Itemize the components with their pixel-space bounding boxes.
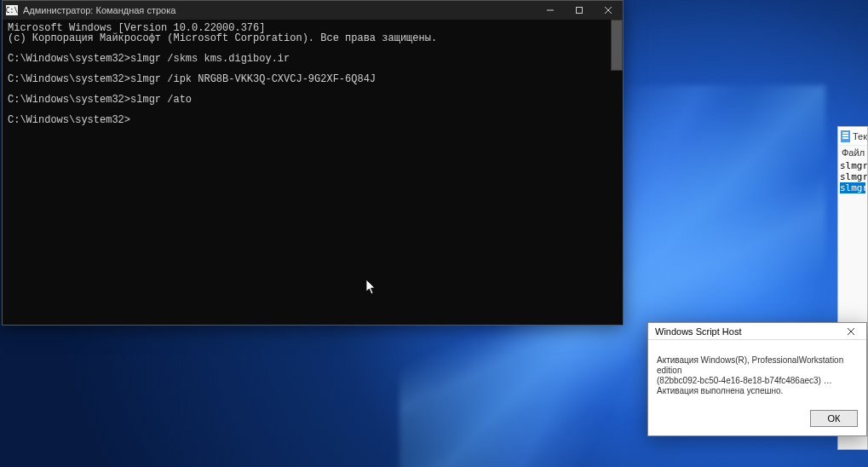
notepad-line-selected: slmgr bbox=[840, 182, 865, 193]
script-host-dialog: Windows Script Host Активация Windows(R)… bbox=[647, 322, 867, 436]
dialog-footer: ОК bbox=[648, 405, 866, 435]
dialog-body: Активация Windows(R), ProfessionalWorkst… bbox=[648, 340, 866, 405]
cmd-line: (c) Корпорация Майкрософт (Microsoft Cor… bbox=[8, 32, 437, 44]
minimize-button[interactable] bbox=[536, 1, 565, 20]
dialog-text-line: Активация Windows(R), ProfessionalWorkst… bbox=[657, 355, 858, 376]
command-prompt-window: C:\ Администратор: Командная строка Micr… bbox=[2, 0, 624, 326]
notepad-title-text: Тек bbox=[853, 131, 867, 141]
cmd-line: C:\Windows\system32>slmgr /ipk NRG8B-VKK… bbox=[8, 73, 376, 85]
maximize-button[interactable] bbox=[565, 1, 594, 20]
close-button[interactable] bbox=[594, 1, 623, 20]
cmd-line: C:\Windows\system32> bbox=[8, 114, 130, 126]
dialog-text-line: (82bbc092-bc50-4e16-8e18-b74fc486aec3) … bbox=[657, 376, 858, 386]
dialog-title-text: Windows Script Host bbox=[655, 326, 839, 337]
notepad-icon bbox=[841, 130, 850, 142]
cmd-icon: C:\ bbox=[6, 5, 18, 15]
notepad-line: slmgr bbox=[840, 160, 865, 171]
dialog-text-line: Активация выполнена успешно. bbox=[657, 386, 858, 396]
cmd-output[interactable]: Microsoft Windows [Version 10.0.22000.37… bbox=[3, 20, 623, 325]
cmd-title: Администратор: Командная строка bbox=[23, 5, 536, 15]
dialog-titlebar[interactable]: Windows Script Host bbox=[648, 323, 866, 340]
dialog-ok-button[interactable]: ОК bbox=[810, 410, 858, 427]
cmd-line: C:\Windows\system32>slmgr /ato bbox=[8, 94, 192, 106]
notepad-titlebar[interactable]: Тек bbox=[838, 127, 867, 146]
dialog-close-button[interactable] bbox=[839, 324, 863, 339]
notepad-body[interactable]: slmgrslmgrslmgr bbox=[838, 159, 867, 194]
notepad-menu-file[interactable]: Файл bbox=[838, 146, 867, 159]
cmd-scrollbar-thumb[interactable] bbox=[611, 20, 623, 71]
cmd-line: C:\Windows\system32>slmgr /skms kms.digi… bbox=[8, 53, 290, 65]
svg-rect-1 bbox=[577, 8, 583, 14]
notepad-line: slmgr bbox=[840, 171, 865, 182]
cmd-titlebar[interactable]: C:\ Администратор: Командная строка bbox=[3, 1, 623, 20]
